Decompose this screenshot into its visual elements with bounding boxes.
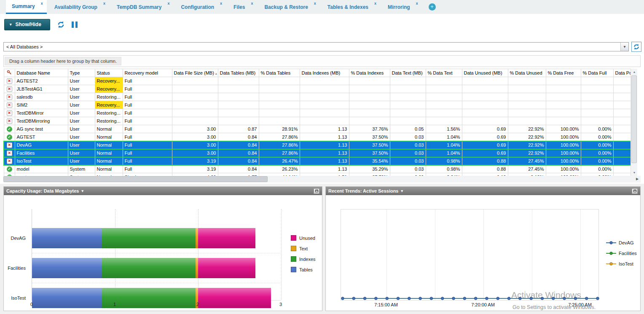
value-cell [426,101,462,109]
horizontal-scrollbar[interactable]: ▶ [3,176,641,182]
tab-tempdb-summary[interactable]: TempDB Summaryx [111,0,173,14]
value-cell: 3.19 [172,157,218,165]
table-row[interactable]: ✓modelSystemNormalFull3.190.8426.23%1.13… [4,165,637,173]
pause-icon[interactable] [72,21,78,28]
legend-label: Indexes [299,257,316,262]
show-hide-label: Show/Hide [16,21,41,27]
table-row[interactable]: ✕JLBTestAG1UserRecovery...Full [4,85,637,93]
status-text-cell: Normal [95,125,123,133]
column-header[interactable]: % Data Free [546,69,581,77]
column-header[interactable]: Status [95,69,123,77]
type-cell: User [68,93,95,101]
value-cell [508,93,546,101]
table-row[interactable]: ✓AGTESTUserNormalFull3.000.8427.86%1.133… [4,133,637,141]
table-row[interactable]: ✕TestDBMirrorUserRestoring...Full [4,109,637,117]
trends-panel-title[interactable]: Recent Trends: Active Sessions ▾ [328,188,403,193]
tab-tables-indexes[interactable]: Tables & Indexesx [322,0,380,14]
column-header[interactable]: Data Indexes (MB) [300,69,349,77]
scrollbar-thumb[interactable] [631,75,637,163]
type-cell: User [68,125,95,133]
value-cell: 100.00% [546,157,581,165]
capacity-panel-title[interactable]: Capacity Usage: Data Megabytes ▾ [6,188,83,193]
column-header[interactable]: Data Tables (MB) [218,69,259,77]
table-row[interactable]: ✓AG sync testUserNormalFull3.000.8728.91… [4,125,637,133]
table-row[interactable]: ✕SIM2UserRecovery...Full [4,101,637,109]
column-header[interactable]: Database Name [15,69,68,77]
capacity-panel-body: DevAGFacilitiesIsoTest 0123 UnusedTextIn… [4,195,322,311]
value-cell [172,109,218,117]
value-cell [508,85,546,93]
tab-close-icon[interactable]: x [167,1,169,5]
refresh-icon[interactable] [57,21,65,29]
tab-close-icon[interactable]: x [374,1,376,5]
value-cell [300,77,349,85]
chevron-down-icon[interactable]: ▾ [620,43,628,51]
tab-configuration[interactable]: Configurationx [175,0,226,14]
tab-label: Tables & Indexes [327,4,368,10]
table-row[interactable]: ✕AGTEST2UserRecovery...Full [4,77,637,85]
value-cell [300,117,349,125]
column-header[interactable]: Data Unused (MB) [462,69,508,77]
column-header[interactable]: Recovery model [123,69,172,77]
recovery-model-cell: Full [123,77,172,85]
bar-segment-tables [32,258,102,278]
bar-devag [32,228,255,248]
tab-bar: SummaryxAvailability GroupxTempDB Summar… [0,0,644,14]
tab-close-icon[interactable]: x [41,1,43,5]
column-header[interactable]: Data File Size (MB)▴ [172,69,218,77]
tab-close-icon[interactable]: x [103,1,105,5]
column-header[interactable]: Type [68,69,95,77]
tab-close-icon[interactable]: x [251,1,253,5]
column-header[interactable]: % Data Text [426,69,462,77]
table-row[interactable]: ✕FacilitiesUserNormalFull3.000.8427.86%1… [4,149,637,157]
column-header[interactable]: % Data Indexes [349,69,390,77]
table-row[interactable]: ✕IsoTestUserNormalFull3.190.8426.47%1.13… [4,157,637,165]
vertical-scrollbar[interactable]: ▲ ▼ [631,69,637,176]
table-row[interactable]: ✕DevAGUserNormalFull3.000.8427.86%1.1337… [4,141,637,149]
panel-collapse-button[interactable] [632,188,638,194]
column-header[interactable]: Data Text (MB) [390,69,426,77]
database-selector[interactable]: < All Databases > ▾ [3,42,629,51]
tab-availability-group[interactable]: Availability Groupx [48,0,109,14]
x-tick-label: 7:15:00 AM [374,302,398,307]
value-cell [259,85,300,93]
scroll-down-arrow-icon[interactable]: ▼ [631,169,637,176]
refresh-databases-button[interactable] [631,42,641,52]
tab-summary[interactable]: Summaryx [6,0,47,14]
scroll-up-arrow-icon[interactable]: ▲ [631,69,637,75]
value-cell [218,93,259,101]
scrollbar-thumb[interactable] [3,176,268,182]
add-tab-button[interactable]: + [429,3,436,11]
column-header[interactable]: % Data Tables [259,69,300,77]
value-cell [390,109,426,117]
panel-collapse-button[interactable] [314,188,319,194]
table-row[interactable]: ✕TestDBMirroringUserRestoring...Full [4,117,637,125]
value-cell: 0.03 [390,141,426,149]
tab-close-icon[interactable]: x [314,1,316,5]
database-ok-icon: ✓ [7,134,12,140]
tab-mirroring[interactable]: Mirroringx [382,0,422,14]
scroll-right-arrow-icon[interactable]: ▶ [634,176,641,182]
value-cell [349,85,390,93]
tab-backup-restore[interactable]: Backup & Restorex [258,0,319,14]
value-cell: 0.87 [218,125,259,133]
status-cell: ✕ [4,93,15,101]
column-header[interactable]: % Data Unused [508,69,546,77]
column-header[interactable]: % Data Full [581,69,613,77]
tab-close-icon[interactable]: x [220,1,222,5]
tab-close-icon[interactable]: x [416,1,418,5]
status-column-header[interactable] [4,69,15,77]
show-hide-button[interactable]: ▾ Show/Hide [4,19,50,30]
category-label: Facilities [4,265,26,271]
tab-files[interactable]: Filesx [228,0,257,14]
group-by-bar[interactable]: Drag a column header here to group by th… [3,55,641,67]
collapse-icon [633,190,636,192]
status-cell: ✕ [4,85,15,93]
data-point-marker [574,297,577,300]
recovery-model-cell: Full [123,93,172,101]
legend-item-indexes: Indexes [291,256,316,262]
value-cell [300,109,349,117]
table-row[interactable]: ✕salesdbUserRestoring...Full [4,93,637,101]
database-name-cell: AGTEST2 [15,77,68,85]
database-error-icon: ✕ [7,78,12,84]
